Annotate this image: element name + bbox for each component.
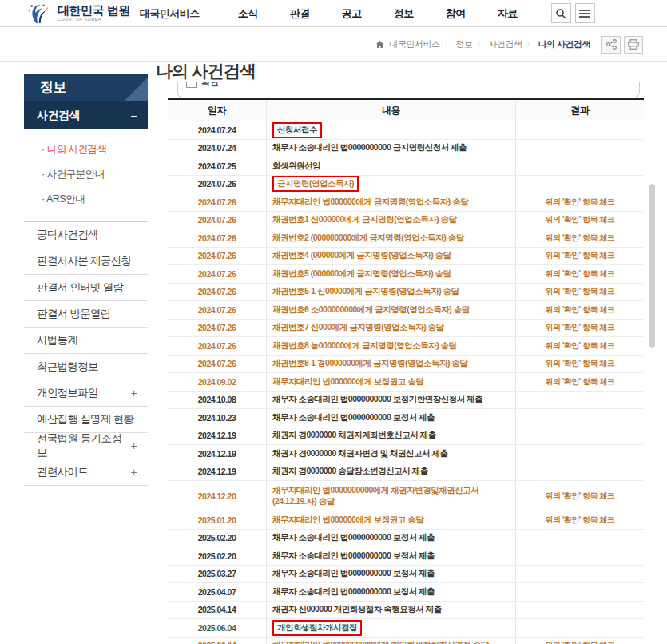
column-header-date: 일자 — [168, 100, 266, 121]
breadcrumb-item[interactable]: 나의 사건검색 — [538, 38, 590, 50]
cell-content: 채무자 소송대리인 법0000000000 보정서 제출 — [266, 530, 515, 547]
cell-result — [515, 409, 644, 427]
table-row: 2025.03.27채무자 소송대리인 법0000000000 보정서 제출 — [168, 566, 644, 584]
print-icon — [628, 39, 639, 50]
cell-content: 채무자 소송대리인 법0000000000 보정서 제출 — [266, 547, 515, 565]
cell-result: 위의 '확인' 항목 체크 — [515, 212, 644, 229]
table-row: 2025.04.07채무자 소송대리인 법0000000000 보정서 제출 — [168, 583, 644, 602]
menu-button[interactable] — [575, 3, 595, 23]
cell-date: 2024.12.19 — [168, 427, 266, 445]
cell-result: 위의 '확인' 항목 체크 — [515, 301, 644, 319]
table-row: 2024.07.26금지명령(영업소득자) — [168, 176, 644, 194]
cell-result — [515, 583, 644, 601]
nav-item[interactable]: 판결 — [274, 6, 326, 21]
triangle-accent — [124, 78, 148, 101]
cell-date: 2024.07.25 — [168, 157, 266, 175]
sidebar-item[interactable]: 사법통계 — [24, 328, 148, 354]
cell-content: 채권번호8 농000000에게 금지명령(영업소득자) 송달 — [266, 337, 515, 355]
breadcrumb-separator: 〉 — [444, 40, 451, 49]
search-button[interactable] — [551, 3, 571, 23]
breadcrumb-item[interactable]: 대국민서비스 — [389, 38, 439, 50]
cell-result — [515, 140, 644, 157]
cell-content: 신청서접수 — [266, 121, 515, 139]
sidebar-title: 정보 — [24, 74, 148, 101]
confirm-checkbox[interactable] — [186, 82, 197, 88]
table-row: 2024.07.24신청서접수 — [168, 121, 644, 140]
sidebar-item[interactable]: 공탁사건검색 — [24, 222, 148, 248]
cell-result: 위의 '확인' 항목 체크 — [515, 511, 644, 529]
scrollbar-thumb[interactable] — [649, 184, 655, 348]
sidebar-submenu: · 나의 사건검색· 사건구분안내· ARS안내 — [24, 129, 148, 222]
nav-item[interactable]: 자료 — [482, 6, 534, 21]
table-row: 2024.07.26채권번호8 농000000에게 금지명령(영업소득자) 송달… — [168, 337, 644, 356]
filter-panel-clipped: 확인 — [177, 82, 640, 97]
sidebar-item-label: 사법통계 — [37, 333, 77, 348]
sidebar-subitem[interactable]: · 나의 사건검색 — [24, 137, 148, 162]
nav-item[interactable]: 정보 — [378, 6, 430, 21]
highlighted-entry: 금지명령(영업소득자) — [272, 176, 359, 192]
sidebar-list: 공탁사건검색판결서사본 제공신청판결서 인터넷 열람판결서 방문열람사법통계최근… — [24, 222, 148, 486]
sidebar-item[interactable]: 판결서 인터넷 열람 — [24, 275, 148, 301]
sidebar-item[interactable]: 개인정보파일+ — [24, 380, 148, 407]
sidebar-title-label: 정보 — [40, 78, 66, 97]
cell-content: 채권자 신000000 개인회생절차 속행요청서 제출 — [266, 602, 515, 619]
entry-text: 채권번호5 (000000에게 금지명령(영업소득자) 송달 — [272, 268, 451, 280]
logo[interactable]: 대한민국 법원 COURT OF KOREA 대국민서비스 — [27, 3, 200, 24]
sidebar-subitem[interactable]: · 사건구분안내 — [24, 162, 148, 187]
top-bar: 대한민국 법원 COURT OF KOREA 대국민서비스 소식판결공고정보참여… — [0, 0, 667, 27]
cell-result — [515, 463, 644, 481]
cell-content: 회생위원선임 — [266, 157, 515, 175]
table-row: 2024.07.26채권번호6 소000000000에게 금지명령(영업소득자)… — [168, 301, 644, 320]
table-row: 2025.02.20채무자 소송대리인 법0000000000 보정서 제출 — [168, 547, 644, 566]
cell-content: 채무자 소송대리인 법0000000000 보정서 제출 — [266, 566, 515, 583]
table-row: 2024.07.26채권번호4 (000000에게 금지명령(영업소득자) 송달… — [168, 248, 644, 266]
cell-date: 2024.12.19 — [168, 463, 266, 481]
table-row: 2024.07.26채권번호7 신000에게 금지명령(영업소득자) 송달위의 … — [168, 320, 644, 338]
highlighted-entry: 개인회생절차개시결정 — [272, 620, 362, 636]
breadcrumb-item[interactable]: 정보 — [455, 38, 472, 50]
sidebar-item[interactable]: 예산집행 실명제 현황 — [24, 407, 148, 433]
entry-text: 채권번호1 신000000에게 금지명령(영업소득자) 송달 — [272, 214, 457, 225]
share-button[interactable] — [601, 36, 621, 54]
sidebar-subitem[interactable]: · ARS안내 — [24, 187, 148, 212]
table-row: 2024.07.26채권번호8-1 경0000000에게 금지명령(영업소득자)… — [168, 356, 644, 374]
cell-date: 2024.07.26 — [168, 176, 266, 193]
nav-item[interactable]: 참여 — [430, 6, 482, 21]
sidebar-item[interactable]: 최근법령정보 — [24, 354, 148, 380]
sidebar-section-case-search[interactable]: 사건검색 − — [24, 101, 148, 129]
sidebar-item[interactable]: 판결서사본 제공신청 — [24, 248, 148, 275]
entry-text: 채권번호5-1 신00000에게 금지명령(영업소득자) 송달 — [272, 286, 459, 297]
home-icon — [375, 40, 384, 49]
sidebar-item-label: 최근법령정보 — [37, 360, 98, 374]
cell-content: 금지명령(영업소득자) — [266, 176, 515, 193]
cell-result: 위의 '확인' 항목 체크 — [515, 193, 644, 211]
nav-item[interactable]: 공고 — [326, 6, 378, 21]
expand-icon: + — [131, 466, 137, 479]
sidebar-section-label: 사건검색 — [37, 109, 80, 123]
cell-content: 채권자 경0000000 송달장소변경신고서 제출 — [266, 463, 515, 481]
sidebar-item[interactable]: 판결서 방문열람 — [24, 301, 148, 328]
entry-text: 채무자대리인 법000000에게 보정권고 송달 — [272, 376, 423, 388]
cell-content: 채무자대리인 법0000000000에게 채권자변경및채권신고서 (24.12.… — [266, 481, 515, 511]
page-title: 나의 사건검색 — [156, 60, 649, 82]
cell-date: 2025.02.20 — [168, 530, 266, 547]
print-button[interactable] — [624, 36, 643, 54]
entry-text: 채무자대리인 법0000000000에게 채권자변경및채권신고서 (24.12.… — [272, 485, 510, 507]
cell-date: 2025.06.04 — [168, 638, 266, 644]
cell-result — [515, 547, 644, 565]
entry-text: 채권번호6 소000000000에게 금지명령(영업소득자) 송달 — [272, 304, 470, 316]
cell-content: 채무자대리인 법000000에게 보정권고 송달 — [266, 511, 515, 529]
breadcrumb-item[interactable]: 사건검색 — [488, 38, 522, 50]
nav-item[interactable]: 소식 — [222, 6, 274, 21]
cell-date: 2025.01.20 — [168, 511, 266, 529]
cell-content: 채무자 소송대리인 법0000000000 보정기한연장신청서 제출 — [266, 392, 515, 409]
sidebar-item[interactable]: 전국법원·등기소정보+ — [24, 433, 148, 459]
sidebar-item-label: 판결서 방문열람 — [37, 307, 111, 321]
entry-text: 채권자 신000000 개인회생절차 속행요청서 제출 — [272, 604, 442, 615]
cell-result: 위의 '확인' 항목 체크 — [515, 638, 644, 644]
cell-date: 2024.12.20 — [168, 481, 266, 511]
cell-date: 2025.04.14 — [168, 602, 266, 619]
entry-text: 채권번호4 (000000에게 금지명령(영업소득자) 송달 — [272, 250, 451, 261]
sidebar-item[interactable]: 관련사이트+ — [24, 459, 148, 486]
sidebar-item-label: 관련사이트 — [37, 465, 88, 479]
